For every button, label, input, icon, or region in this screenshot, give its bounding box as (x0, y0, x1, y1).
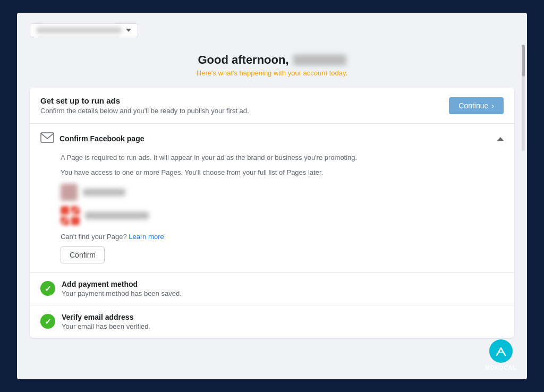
monocal-logo-svg (494, 344, 508, 359)
page-thumb-2 (61, 206, 80, 225)
card-subtitle: Confirm the details below and you'll be … (40, 107, 249, 115)
top-bar (30, 23, 514, 37)
card-title: Get set up to run ads (40, 96, 249, 105)
card-header: Get set up to run ads Confirm the detail… (30, 88, 514, 124)
greeting-prefix: Good afternoon, (198, 53, 288, 67)
account-name-blurred (37, 27, 122, 33)
card-header-text: Get set up to run ads Confirm the detail… (40, 96, 249, 115)
email-checkmark: ✓ (45, 318, 52, 326)
account-dropdown[interactable] (30, 23, 138, 37)
main-card: Get set up to run ads Confirm the detail… (30, 88, 514, 338)
email-subtitle: Your email has been verified. (62, 322, 150, 330)
page-name-1-blurred (83, 189, 125, 196)
main-container: Good afternoon, Here's what's happening … (17, 13, 527, 379)
page-item-2[interactable] (61, 206, 504, 225)
page-name-2-blurred (85, 212, 149, 219)
confirm-button[interactable]: Confirm (61, 246, 105, 263)
payment-text: Add payment method Your payment method h… (62, 280, 182, 297)
confirm-page-body-line2: You have access to one or more Pages. Yo… (61, 167, 504, 178)
greeting-section: Good afternoon, Here's what's happening … (30, 48, 514, 77)
greeting-subtitle: Here's what's happening with your accoun… (30, 69, 514, 77)
page-item-1[interactable] (61, 184, 504, 201)
continue-label: Continue (458, 101, 488, 110)
confirm-page-header: Confirm Facebook page (40, 132, 504, 145)
add-payment-section: ✓ Add payment method Your payment method… (30, 272, 514, 305)
continue-arrow-icon: › (491, 101, 494, 110)
payment-checkmark: ✓ (45, 285, 52, 293)
confirm-page-title: Confirm Facebook page (60, 134, 144, 143)
email-title: Verify email address (62, 313, 150, 321)
page-thumb-1 (61, 184, 78, 201)
scrollbar-thumb[interactable] (522, 45, 525, 76)
email-check-icon: ✓ (40, 314, 55, 329)
chevron-down-icon (126, 29, 131, 32)
user-name-blurred (293, 55, 346, 65)
verify-email-section: ✓ Verify email address Your email has be… (30, 305, 514, 338)
confirm-page-body: A Page is required to run ads. It will a… (40, 152, 504, 263)
confirm-page-header-left: Confirm Facebook page (40, 132, 144, 145)
payment-title: Add payment method (62, 280, 182, 288)
confirm-page-body-line1: A Page is required to run ads. It will a… (61, 152, 504, 163)
email-text: Verify email address Your email has been… (62, 313, 150, 330)
continue-button[interactable]: Continue › (449, 97, 504, 114)
greeting-title: Good afternoon, (30, 53, 514, 67)
payment-subtitle: Your payment method has been saved. (62, 289, 182, 297)
chevron-up-icon[interactable] (497, 137, 504, 141)
payment-check-icon: ✓ (40, 281, 55, 296)
confirm-facebook-page-section: Confirm Facebook page A Page is required… (30, 124, 514, 272)
svg-rect-0 (41, 133, 54, 142)
monocal-brand: MONOCAL (485, 339, 516, 371)
monocal-label: MONOCAL (485, 365, 516, 371)
monocal-icon (489, 339, 513, 363)
page-list (61, 184, 504, 225)
scrollbar[interactable] (522, 45, 525, 151)
envelope-icon (40, 132, 54, 145)
learn-more-link[interactable]: Learn more (129, 233, 164, 241)
cant-find-text: Can't find your Page? Learn more (61, 232, 504, 242)
